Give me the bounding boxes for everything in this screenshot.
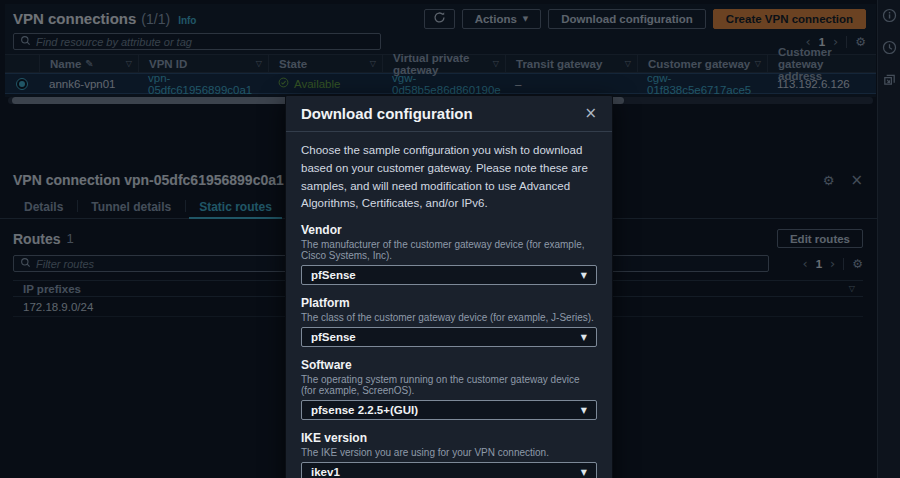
ike-version-select[interactable]: ikev1 ▼	[301, 462, 597, 478]
vendor-label: Vendor	[301, 223, 597, 237]
download-configuration-modal: Download configuration × Choose the samp…	[285, 95, 613, 478]
platform-label: Platform	[301, 296, 597, 310]
platform-description: The class of the customer gateway device…	[301, 312, 597, 323]
modal-title: Download configuration	[301, 105, 473, 122]
vendor-value: pfSense	[311, 269, 356, 281]
software-field: Software The operating system running on…	[301, 358, 597, 420]
vendor-field: Vendor The manufacturer of the customer …	[301, 223, 597, 285]
ike-version-label: IKE version	[301, 431, 597, 445]
ike-version-description: The IKE version you are using for your V…	[301, 447, 597, 458]
software-select[interactable]: pfsense 2.2.5+(GUI) ▼	[301, 400, 597, 420]
platform-field: Platform The class of the customer gatew…	[301, 296, 597, 347]
modal-description: Choose the sample configuration you wish…	[301, 142, 597, 213]
software-value: pfsense 2.2.5+(GUI)	[311, 404, 418, 416]
modal-close-icon[interactable]: ×	[584, 106, 597, 121]
chevron-down-icon: ▼	[581, 333, 587, 342]
vendor-select[interactable]: pfSense ▼	[301, 265, 597, 285]
modal-body: Choose the sample configuration you wish…	[286, 132, 612, 478]
platform-select[interactable]: pfSense ▼	[301, 327, 597, 347]
chevron-down-icon: ▼	[581, 468, 587, 477]
modal-header: Download configuration ×	[286, 96, 612, 132]
ike-version-value: ikev1	[311, 466, 340, 478]
ike-version-field: IKE version The IKE version you are usin…	[301, 431, 597, 478]
software-description: The operating system running on the cust…	[301, 374, 597, 396]
chevron-down-icon: ▼	[581, 406, 587, 415]
platform-value: pfSense	[311, 331, 356, 343]
software-label: Software	[301, 358, 597, 372]
vendor-description: The manufacturer of the customer gateway…	[301, 239, 597, 261]
chevron-down-icon: ▼	[581, 271, 587, 280]
